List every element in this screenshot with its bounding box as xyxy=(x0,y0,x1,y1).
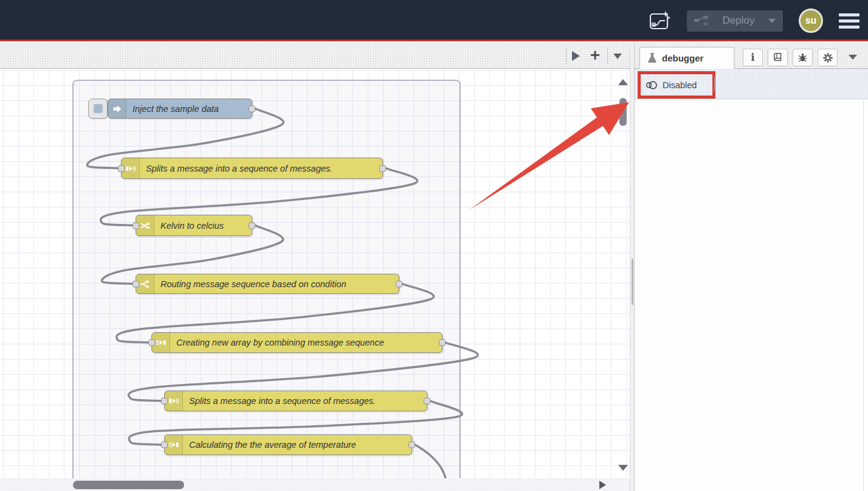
flow-canvas[interactable]: Inject the sample dataSplits a message i… xyxy=(0,69,630,478)
sidebar-scroll-gutter xyxy=(863,99,868,491)
flow-node-join[interactable]: Calculating the the average of temperatu… xyxy=(164,434,412,455)
scroll-right-button[interactable] xyxy=(599,481,606,489)
horizontal-scrollbar[interactable] xyxy=(0,478,630,491)
flow-node-switch[interactable]: Routing message sequence based on condit… xyxy=(136,274,399,294)
sidebar-resize-handle[interactable] xyxy=(630,43,635,491)
debug-button[interactable] xyxy=(793,49,813,66)
flask-icon xyxy=(647,52,657,63)
inject-trigger-button[interactable] xyxy=(88,99,108,119)
tab-debugger[interactable]: debugger xyxy=(639,47,734,69)
inject-icon xyxy=(108,99,126,118)
sidebar-menu-chevron-down-icon[interactable] xyxy=(849,55,857,60)
node-output-port[interactable] xyxy=(424,398,430,405)
node-label: Inject the sample data xyxy=(126,99,252,118)
info-icon: i xyxy=(751,52,754,63)
flow-tab-bar xyxy=(0,43,630,69)
deploy-nodes-icon xyxy=(694,15,709,26)
avatar-initials: su xyxy=(805,15,817,26)
toolbar-divider xyxy=(714,77,715,91)
node-output-port[interactable] xyxy=(379,165,386,172)
flow-node-split[interactable]: Splits a message into a sequence of mess… xyxy=(121,158,383,179)
node-input-port[interactable] xyxy=(133,280,139,287)
help-book-button[interactable] xyxy=(768,49,788,66)
deploy-label: Deploy xyxy=(716,15,761,27)
node-label: Routing message sequence based on condit… xyxy=(154,274,399,293)
add-flow-button[interactable]: + xyxy=(587,45,603,66)
book-icon xyxy=(773,52,783,63)
annotation-highlight-box: Disabled xyxy=(638,71,715,99)
settings-button[interactable] xyxy=(818,49,838,66)
node-output-port[interactable] xyxy=(249,222,255,229)
debug-toolbar: Disabled xyxy=(635,69,868,99)
resize-grip xyxy=(632,259,633,305)
scroll-down-button[interactable] xyxy=(618,465,628,471)
debug-disabled-label: Disabled xyxy=(663,80,697,90)
node-input-port[interactable] xyxy=(118,165,125,172)
deploy-chevron-down-icon[interactable] xyxy=(768,19,776,23)
node-input-port[interactable] xyxy=(133,222,139,229)
toolbar-divider xyxy=(566,47,567,64)
horizontal-scrollbar-thumb[interactable] xyxy=(73,481,184,489)
next-tab-button[interactable] xyxy=(572,51,580,61)
flow-node-split[interactable]: Splits a message into a sequence of mess… xyxy=(164,391,427,411)
node-label: Creating new array by combining message … xyxy=(170,333,442,352)
toolbar-divider xyxy=(607,47,608,64)
header-bar: Deploy su xyxy=(0,0,868,41)
wire[interactable] xyxy=(415,445,447,478)
vertical-scrollbar-thumb[interactable] xyxy=(619,98,627,126)
main-menu-hamburger-icon[interactable] xyxy=(839,11,859,31)
node-label: Calculating the the average of temperatu… xyxy=(183,435,412,454)
node-label: Splits a message into a sequence of mess… xyxy=(183,391,427,411)
debug-disabled-toggle-button[interactable]: Disabled xyxy=(646,80,697,90)
debug-messages-panel[interactable] xyxy=(635,99,868,491)
scroll-up-button[interactable] xyxy=(618,79,628,85)
gear-icon xyxy=(822,52,833,63)
node-red-editor: Deploy su + Inject the sample dataSplits… xyxy=(0,0,868,491)
node-output-port[interactable] xyxy=(408,442,415,448)
toggle-off-icon xyxy=(646,80,658,90)
node-label: Splits a message into a sequence of mess… xyxy=(140,158,382,178)
node-output-port[interactable] xyxy=(396,280,402,287)
flow-list-button[interactable] xyxy=(613,54,622,59)
deploy-button[interactable]: Deploy xyxy=(687,10,783,32)
node-input-port[interactable] xyxy=(148,340,155,346)
flow-node-inject[interactable]: Inject the sample data xyxy=(108,99,252,119)
bug-icon xyxy=(797,52,808,63)
sidebar: debugger i xyxy=(635,43,868,491)
node-label: Kelvin to celcius xyxy=(154,215,252,235)
node-output-port[interactable] xyxy=(249,105,255,112)
tab-debugger-label: debugger xyxy=(662,53,703,63)
node-output-port[interactable] xyxy=(439,340,446,346)
node-input-port[interactable] xyxy=(161,398,168,405)
flow-node-join[interactable]: Creating new array by combining message … xyxy=(151,332,443,353)
node-input-port[interactable] xyxy=(161,442,168,448)
flow-node-change[interactable]: Kelvin to celcius xyxy=(136,215,252,236)
info-button[interactable]: i xyxy=(743,49,763,66)
user-avatar[interactable]: su xyxy=(799,9,823,33)
workspace-switch-icon[interactable] xyxy=(648,10,671,32)
